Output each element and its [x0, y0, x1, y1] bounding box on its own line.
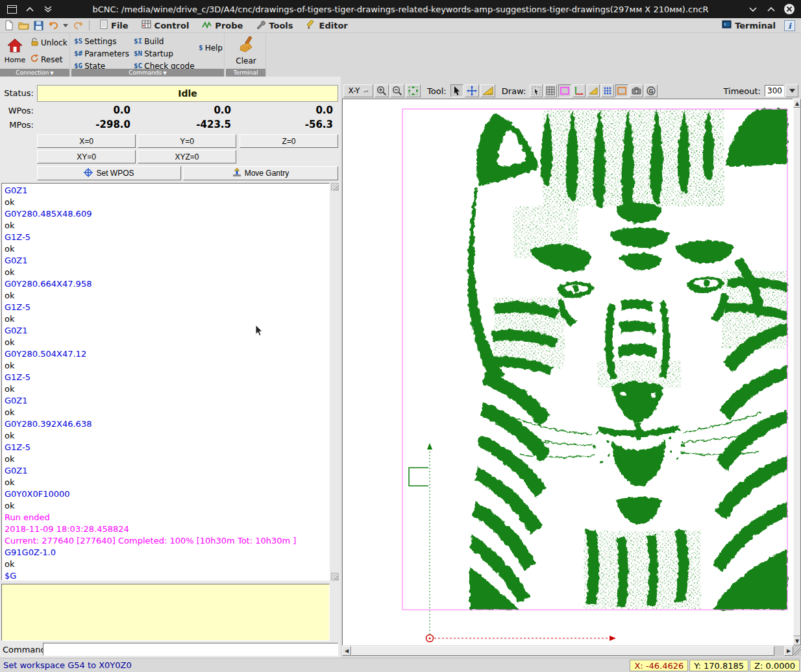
log-line: ok	[5, 383, 327, 395]
ribbon: Home Unlock Reset Connection▼ $S Setting…	[0, 33, 801, 77]
tab-control[interactable]: Control	[136, 19, 195, 31]
log-line: $G	[5, 570, 327, 581]
xyz-zero-button[interactable]: XYZ=0	[138, 150, 236, 163]
tab-file[interactable]: File	[94, 19, 134, 32]
scroll-left-icon[interactable]: ◀	[342, 646, 351, 656]
reset-button[interactable]: Reset	[30, 53, 69, 66]
zoom-fit-button[interactable]	[406, 84, 421, 97]
window-menu-icon[interactable]	[5, 3, 18, 16]
optionmenu-indicator	[363, 90, 368, 92]
redo-button[interactable]	[71, 19, 84, 32]
log-line: G0Y0X0F10000	[5, 488, 327, 500]
canvas-toolbar: X-Y Tool: Draw:	[343, 84, 800, 98]
ruler-tool-button[interactable]	[480, 84, 495, 97]
log-line: G0Z1	[5, 185, 327, 197]
resize-grip[interactable]	[793, 646, 801, 656]
canvas-vscrollbar[interactable]: ▲ ▼	[793, 99, 801, 645]
z-zero-button[interactable]: Z=0	[240, 134, 338, 148]
log-line: G1Z-5	[5, 302, 327, 313]
draw-select-button[interactable]	[530, 84, 543, 97]
tab-terminal[interactable]: Terminal	[716, 19, 782, 31]
draw-margin-button[interactable]	[615, 84, 628, 97]
tab-editor[interactable]: Editor	[301, 19, 354, 32]
new-file-button[interactable]	[2, 19, 16, 32]
wpos-z[interactable]: 0.0	[240, 104, 338, 117]
move-gantry-button[interactable]: Move Gantry	[183, 166, 338, 180]
draw-ruler-button[interactable]	[587, 84, 600, 97]
ribbon-group-connection: Home Unlock Reset Connection▼	[0, 33, 70, 77]
clear-button[interactable]: Clear	[231, 34, 261, 67]
tool-label: Tool:	[427, 86, 447, 96]
undo-button[interactable]	[47, 19, 60, 32]
terminal-log[interactable]: G0Z1okG0Y280.485X48.609okG1Z-5okG0Z1okG0…	[1, 183, 330, 581]
open-file-button[interactable]	[17, 19, 31, 32]
log-line: G0Z1	[5, 395, 327, 407]
terminal-icon	[722, 20, 732, 30]
tab-tools[interactable]: Tools	[250, 19, 299, 32]
log-line: ok	[5, 337, 327, 348]
timeout-label: Timeout:	[724, 86, 761, 96]
toolbar-separator	[89, 20, 90, 30]
draw-workarea-button[interactable]	[558, 84, 571, 97]
draw-axes-button[interactable]	[573, 84, 585, 97]
maximize-icon[interactable]	[765, 3, 778, 16]
home-button[interactable]: Home	[1, 34, 29, 67]
undo-dropdown-icon[interactable]	[62, 19, 69, 32]
draw-gcode-button[interactable]: G	[645, 84, 658, 97]
mpos-x: -298.0	[37, 119, 136, 132]
unlock-button[interactable]: Unlock	[30, 36, 69, 49]
tab-probe[interactable]: Probe	[196, 20, 249, 31]
timeout-spin-button[interactable]	[785, 84, 798, 97]
wpos-x[interactable]: 0.0	[37, 104, 136, 117]
ribbon-strip-connection[interactable]: Connection▼	[0, 69, 69, 77]
minimize-icon[interactable]	[746, 3, 759, 16]
double-chevron-icon[interactable]	[42, 3, 55, 16]
statusbar-message: Set workspace G54 to X0Y0Z0	[0, 660, 630, 670]
sash-grip[interactable]	[331, 183, 339, 191]
clear-icon	[238, 36, 254, 55]
x-zero-button[interactable]: X=0	[37, 134, 136, 148]
pan-tool-button[interactable]	[465, 84, 479, 97]
x-axis-arrow	[610, 636, 616, 641]
build-button[interactable]: $I Build	[134, 35, 164, 47]
log-line: G0Y280.392X46.638	[5, 418, 327, 430]
save-button[interactable]	[32, 19, 45, 32]
vscroll-thumb[interactable]	[793, 108, 801, 636]
zoom-in-button[interactable]	[375, 84, 389, 97]
log-line: ok	[5, 243, 327, 255]
xy-zero-button[interactable]: XY=0	[37, 150, 136, 163]
command-input[interactable]	[43, 643, 338, 656]
scroll-up-icon[interactable]: ▲	[793, 99, 801, 108]
parameters-button[interactable]: $# Parameters	[74, 47, 129, 60]
log-line: ok	[5, 220, 327, 232]
shade-window-icon[interactable]	[23, 3, 36, 16]
scroll-down-icon[interactable]: ▼	[793, 636, 801, 645]
help-button[interactable]: $ Help	[199, 42, 223, 54]
ribbon-strip-terminal[interactable]: Terminal	[226, 69, 265, 77]
wpos-y[interactable]: 0.0	[138, 104, 236, 117]
y-zero-button[interactable]: Y=0	[138, 134, 236, 148]
mpos-z: -56.3	[240, 119, 338, 132]
draw-grid-button[interactable]	[544, 84, 557, 97]
settings-button[interactable]: $S Settings	[74, 35, 116, 47]
terminal-log-scrollbar[interactable]	[330, 183, 339, 581]
canvas-hscrollbar[interactable]: ◀ ▶	[342, 646, 793, 656]
ribbon-strip-commands[interactable]: Commands▼	[71, 69, 224, 77]
startup-button[interactable]: $N Startup	[134, 47, 173, 60]
hscroll-thumb[interactable]	[351, 646, 774, 656]
close-icon[interactable]	[783, 3, 796, 16]
plot-canvas[interactable]	[342, 99, 793, 645]
zoom-out-button[interactable]	[390, 84, 404, 97]
chevron-down-icon: ▼	[163, 71, 166, 76]
draw-camera-button[interactable]	[630, 84, 643, 97]
pending-commands-box[interactable]	[1, 584, 330, 641]
view-selector[interactable]: X-Y	[343, 84, 373, 97]
info-button[interactable]: i	[783, 19, 796, 32]
draw-probe-button[interactable]	[601, 84, 614, 97]
pointer-tool-button[interactable]	[450, 84, 463, 97]
scroll-right-icon[interactable]: ▶	[784, 646, 793, 656]
left-pane: Status: Idle WPos: 0.0 0.0 0.0 MPos: -29…	[0, 77, 341, 658]
sash-grip[interactable]	[331, 573, 339, 581]
set-wpos-button[interactable]: Set WPOS	[37, 166, 181, 180]
timeout-input[interactable]	[765, 85, 784, 97]
